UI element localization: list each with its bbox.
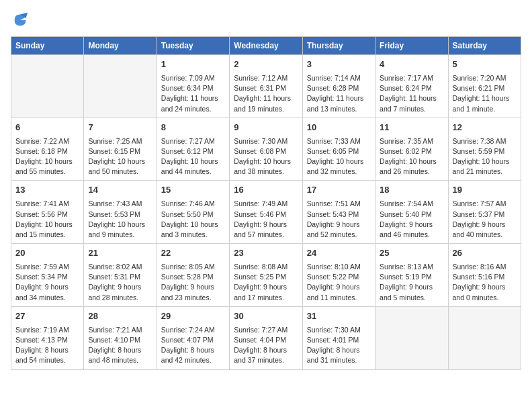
day-info: Sunrise: 7:17 AMSunset: 6:24 PMDaylight:… (380, 73, 443, 114)
day-info: Sunrise: 7:12 AMSunset: 6:31 PMDaylight:… (234, 73, 298, 114)
day-number: 5 (453, 58, 517, 71)
day-number: 26 (453, 247, 517, 260)
logo-icon (11, 11, 30, 30)
calendar-week-row: 27Sunrise: 7:19 AMSunset: 4:13 PMDayligh… (11, 306, 521, 369)
calendar-day-cell: 21Sunrise: 8:02 AMSunset: 5:31 PMDayligh… (84, 244, 157, 307)
day-number: 1 (161, 58, 225, 71)
day-number: 29 (161, 310, 225, 323)
day-of-week-header: Thursday (302, 37, 375, 55)
day-number: 27 (15, 310, 79, 323)
day-of-week-header: Monday (84, 37, 157, 55)
day-of-week-header: Friday (375, 37, 448, 55)
day-of-week-header: Wednesday (230, 37, 302, 55)
day-info: Sunrise: 7:33 AMSunset: 6:05 PMDaylight:… (307, 136, 371, 177)
calendar-day-cell: 17Sunrise: 7:51 AMSunset: 5:43 PMDayligh… (302, 181, 375, 244)
day-info: Sunrise: 7:35 AMSunset: 6:02 PMDaylight:… (380, 136, 443, 177)
day-number: 19 (453, 184, 517, 197)
day-number: 18 (380, 184, 443, 197)
day-info: Sunrise: 7:22 AMSunset: 6:18 PMDaylight:… (15, 136, 79, 177)
calendar-day-cell: 13Sunrise: 7:41 AMSunset: 5:56 PMDayligh… (11, 181, 84, 244)
day-number: 17 (307, 184, 371, 197)
calendar-week-row: 13Sunrise: 7:41 AMSunset: 5:56 PMDayligh… (11, 181, 521, 244)
day-info: Sunrise: 7:09 AMSunset: 6:34 PMDaylight:… (161, 73, 225, 114)
day-number: 6 (15, 122, 79, 134)
day-info: Sunrise: 7:21 AMSunset: 4:10 PMDaylight:… (88, 325, 152, 366)
day-number: 7 (88, 122, 152, 134)
day-info: Sunrise: 7:49 AMSunset: 5:46 PMDaylight:… (234, 199, 298, 240)
day-of-week-header: Sunday (11, 37, 84, 55)
calendar-header: SundayMondayTuesdayWednesdayThursdayFrid… (11, 37, 521, 55)
calendar-day-cell: 31Sunrise: 7:30 AMSunset: 4:01 PMDayligh… (302, 306, 375, 369)
calendar-day-cell: 10Sunrise: 7:33 AMSunset: 6:05 PMDayligh… (302, 118, 375, 181)
day-info: Sunrise: 8:02 AMSunset: 5:31 PMDaylight:… (88, 262, 152, 303)
day-number: 2 (234, 58, 298, 71)
day-number: 13 (15, 184, 79, 197)
day-number: 4 (380, 58, 443, 71)
calendar-week-row: 1Sunrise: 7:09 AMSunset: 6:34 PMDaylight… (11, 55, 521, 118)
day-info: Sunrise: 7:59 AMSunset: 5:34 PMDaylight:… (15, 262, 79, 303)
day-number: 23 (234, 247, 298, 260)
day-info: Sunrise: 7:27 AMSunset: 6:12 PMDaylight:… (161, 136, 225, 177)
day-number: 9 (234, 122, 298, 134)
day-info: Sunrise: 7:38 AMSunset: 5:59 PMDaylight:… (453, 136, 517, 177)
day-number: 21 (88, 247, 152, 260)
calendar-day-cell: 24Sunrise: 8:10 AMSunset: 5:22 PMDayligh… (302, 244, 375, 307)
calendar-day-cell: 6Sunrise: 7:22 AMSunset: 6:18 PMDaylight… (11, 118, 84, 181)
calendar-body: 1Sunrise: 7:09 AMSunset: 6:34 PMDaylight… (11, 55, 521, 370)
day-of-week-header: Tuesday (157, 37, 229, 55)
day-number: 12 (453, 122, 517, 134)
day-info: Sunrise: 7:24 AMSunset: 4:07 PMDaylight:… (161, 325, 225, 366)
day-number: 22 (161, 247, 225, 260)
day-info: Sunrise: 8:10 AMSunset: 5:22 PMDaylight:… (307, 262, 371, 303)
day-info: Sunrise: 7:57 AMSunset: 5:37 PMDaylight:… (453, 199, 517, 240)
day-info: Sunrise: 7:30 AMSunset: 6:08 PMDaylight:… (234, 136, 298, 177)
day-info: Sunrise: 7:27 AMSunset: 4:04 PMDaylight:… (234, 325, 298, 366)
day-info: Sunrise: 7:51 AMSunset: 5:43 PMDaylight:… (307, 199, 371, 240)
day-number: 15 (161, 184, 225, 197)
calendar-day-cell: 16Sunrise: 7:49 AMSunset: 5:46 PMDayligh… (230, 181, 302, 244)
calendar-day-cell (448, 306, 521, 369)
calendar-week-row: 20Sunrise: 7:59 AMSunset: 5:34 PMDayligh… (11, 244, 521, 307)
calendar-day-cell: 25Sunrise: 8:13 AMSunset: 5:19 PMDayligh… (375, 244, 448, 307)
day-info: Sunrise: 7:54 AMSunset: 5:40 PMDaylight:… (380, 199, 443, 240)
day-info: Sunrise: 8:08 AMSunset: 5:25 PMDaylight:… (234, 262, 298, 303)
calendar-day-cell: 18Sunrise: 7:54 AMSunset: 5:40 PMDayligh… (375, 181, 448, 244)
calendar-day-cell: 3Sunrise: 7:14 AMSunset: 6:28 PMDaylight… (302, 55, 375, 118)
day-number: 30 (234, 310, 298, 323)
day-number: 14 (88, 184, 152, 197)
calendar-day-cell: 1Sunrise: 7:09 AMSunset: 6:34 PMDaylight… (157, 55, 229, 118)
logo (11, 11, 32, 30)
calendar-day-cell: 11Sunrise: 7:35 AMSunset: 6:02 PMDayligh… (375, 118, 448, 181)
day-number: 8 (161, 122, 225, 134)
day-info: Sunrise: 8:16 AMSunset: 5:16 PMDaylight:… (453, 262, 517, 303)
day-info: Sunrise: 7:30 AMSunset: 4:01 PMDaylight:… (307, 325, 371, 366)
calendar-day-cell: 4Sunrise: 7:17 AMSunset: 6:24 PMDaylight… (375, 55, 448, 118)
day-info: Sunrise: 7:20 AMSunset: 6:21 PMDaylight:… (453, 73, 517, 114)
calendar-table: SundayMondayTuesdayWednesdayThursdayFrid… (11, 36, 521, 370)
calendar-day-cell: 28Sunrise: 7:21 AMSunset: 4:10 PMDayligh… (84, 306, 157, 369)
calendar-day-cell (11, 55, 84, 118)
page-header (11, 11, 521, 30)
day-info: Sunrise: 8:13 AMSunset: 5:19 PMDaylight:… (380, 262, 443, 303)
calendar-day-cell: 23Sunrise: 8:08 AMSunset: 5:25 PMDayligh… (230, 244, 302, 307)
day-number: 20 (15, 247, 79, 260)
calendar-day-cell: 12Sunrise: 7:38 AMSunset: 5:59 PMDayligh… (448, 118, 521, 181)
calendar-day-cell: 15Sunrise: 7:46 AMSunset: 5:50 PMDayligh… (157, 181, 229, 244)
calendar-day-cell: 27Sunrise: 7:19 AMSunset: 4:13 PMDayligh… (11, 306, 84, 369)
day-number: 3 (307, 58, 371, 71)
day-number: 28 (88, 310, 152, 323)
day-info: Sunrise: 7:43 AMSunset: 5:53 PMDaylight:… (88, 199, 152, 240)
calendar-day-cell: 14Sunrise: 7:43 AMSunset: 5:53 PMDayligh… (84, 181, 157, 244)
calendar-day-cell: 19Sunrise: 7:57 AMSunset: 5:37 PMDayligh… (448, 181, 521, 244)
day-number: 10 (307, 122, 371, 134)
calendar-day-cell: 29Sunrise: 7:24 AMSunset: 4:07 PMDayligh… (157, 306, 229, 369)
day-of-week-header: Saturday (448, 37, 521, 55)
day-number: 11 (380, 122, 443, 134)
day-info: Sunrise: 7:46 AMSunset: 5:50 PMDaylight:… (161, 199, 225, 240)
calendar-day-cell (375, 306, 448, 369)
day-info: Sunrise: 7:25 AMSunset: 6:15 PMDaylight:… (88, 136, 152, 177)
calendar-week-row: 6Sunrise: 7:22 AMSunset: 6:18 PMDaylight… (11, 118, 521, 181)
calendar-day-cell: 26Sunrise: 8:16 AMSunset: 5:16 PMDayligh… (448, 244, 521, 307)
calendar-day-cell: 2Sunrise: 7:12 AMSunset: 6:31 PMDaylight… (230, 55, 302, 118)
calendar-day-cell: 8Sunrise: 7:27 AMSunset: 6:12 PMDaylight… (157, 118, 229, 181)
